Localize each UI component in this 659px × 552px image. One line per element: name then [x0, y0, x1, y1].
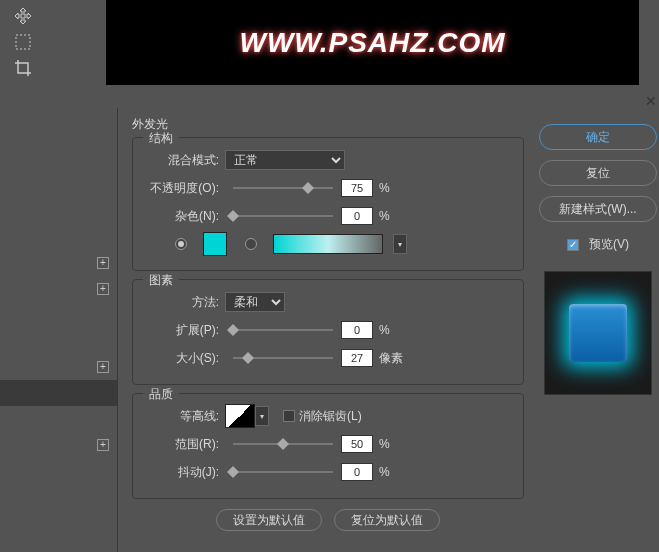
fx-item[interactable]: +	[0, 432, 117, 458]
preview-label: 预览(V)	[589, 236, 629, 253]
action-panel: 确定 复位 新建样式(W)... 预览(V)	[538, 108, 658, 552]
noise-input[interactable]	[341, 207, 373, 225]
plus-icon[interactable]: +	[97, 439, 109, 451]
contour-dropdown[interactable]: ▾	[255, 406, 269, 426]
settings-panel: 外发光 结构 混合模式: 正常 不透明度(O): % 杂色(N): %	[118, 108, 538, 552]
range-label: 范围(R):	[145, 436, 225, 453]
color-swatch[interactable]	[203, 232, 227, 256]
fx-item[interactable]: +	[0, 354, 117, 380]
left-toolbar	[0, 0, 46, 88]
elements-legend: 图素	[143, 272, 179, 289]
size-slider[interactable]	[233, 357, 333, 359]
opacity-label: 不透明度(O):	[145, 180, 225, 197]
percent-unit: %	[379, 323, 390, 337]
percent-unit: %	[379, 437, 390, 451]
antialias-label: 消除锯齿(L)	[299, 408, 362, 425]
method-label: 方法:	[145, 294, 225, 311]
range-input[interactable]	[341, 435, 373, 453]
set-default-button[interactable]: 设置为默认值	[216, 509, 322, 531]
reset-button[interactable]: 复位	[539, 160, 657, 186]
plus-icon[interactable]: +	[97, 283, 109, 295]
reset-default-button[interactable]: 复位为默认值	[334, 509, 440, 531]
preview-glow-icon	[569, 304, 627, 362]
elements-group: 图素 方法: 柔和 扩展(P): % 大小(S): 像素	[132, 279, 524, 385]
move-tool-icon[interactable]	[11, 4, 35, 28]
blend-mode-select[interactable]: 正常	[225, 150, 345, 170]
fx-item[interactable]: +	[0, 276, 117, 302]
spread-input[interactable]	[341, 321, 373, 339]
spread-slider[interactable]	[233, 329, 333, 331]
opacity-slider[interactable]	[233, 187, 333, 189]
canvas-preview: WWW.PSAHZ.COM	[106, 0, 639, 85]
effect-list: + + + +	[0, 108, 118, 552]
gradient-swatch[interactable]	[273, 234, 383, 254]
quality-legend: 品质	[143, 386, 179, 403]
percent-unit: %	[379, 181, 390, 195]
contour-swatch[interactable]	[225, 404, 255, 428]
blend-mode-label: 混合模式:	[145, 152, 225, 169]
gradient-dropdown[interactable]: ▾	[393, 234, 407, 254]
contour-label: 等高线:	[145, 408, 225, 425]
fx-item[interactable]	[0, 406, 117, 432]
opacity-input[interactable]	[341, 179, 373, 197]
layer-style-dialog: + + + + 外发光 结构 混合模式: 正常 不透明度(O): % 杂色(N)…	[0, 108, 659, 552]
plus-icon[interactable]: +	[97, 361, 109, 373]
plus-icon[interactable]: +	[97, 257, 109, 269]
fx-item-outer-glow[interactable]	[0, 380, 117, 406]
preview-thumbnail	[544, 271, 652, 395]
close-icon[interactable]: ✕	[645, 93, 659, 107]
new-style-button[interactable]: 新建样式(W)...	[539, 196, 657, 222]
spread-label: 扩展(P):	[145, 322, 225, 339]
method-select[interactable]: 柔和	[225, 292, 285, 312]
antialias-checkbox[interactable]	[283, 410, 295, 422]
ok-button[interactable]: 确定	[539, 124, 657, 150]
color-radio[interactable]	[175, 238, 187, 250]
panel-title: 外发光	[132, 116, 524, 133]
canvas-text: WWW.PSAHZ.COM	[240, 27, 506, 59]
percent-unit: %	[379, 209, 390, 223]
crop-tool-icon[interactable]	[11, 56, 35, 80]
quality-group: 品质 等高线: ▾ 消除锯齿(L) 范围(R): % 抖动(J): %	[132, 393, 524, 499]
noise-label: 杂色(N):	[145, 208, 225, 225]
noise-slider[interactable]	[233, 215, 333, 217]
preview-checkbox[interactable]	[567, 239, 579, 251]
size-label: 大小(S):	[145, 350, 225, 367]
structure-group: 结构 混合模式: 正常 不透明度(O): % 杂色(N): %	[132, 137, 524, 271]
gradient-radio[interactable]	[245, 238, 257, 250]
fx-item[interactable]: +	[0, 250, 117, 276]
pixel-unit: 像素	[379, 350, 403, 367]
range-slider[interactable]	[233, 443, 333, 445]
selection-tool-icon[interactable]	[11, 30, 35, 54]
jitter-input[interactable]	[341, 463, 373, 481]
structure-legend: 结构	[143, 130, 179, 147]
jitter-label: 抖动(J):	[145, 464, 225, 481]
svg-rect-0	[16, 35, 30, 49]
jitter-slider[interactable]	[233, 471, 333, 473]
percent-unit: %	[379, 465, 390, 479]
size-input[interactable]	[341, 349, 373, 367]
